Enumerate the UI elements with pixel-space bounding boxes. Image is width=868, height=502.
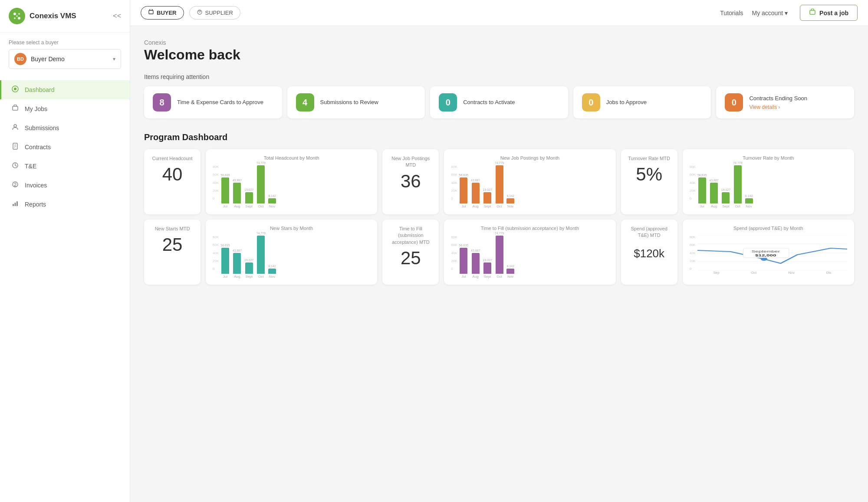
svg-point-6 [14, 88, 16, 90]
sidebar-item-tne[interactable]: T&E [0, 157, 130, 176]
svg-rect-14 [16, 201, 18, 206]
welcome-section: Conexis Welcome back [144, 39, 854, 63]
attention-label: Items requiring attention [144, 73, 854, 80]
sidebar-item-my-jobs[interactable]: My Jobs [0, 99, 130, 118]
spend-month-title: Spend (approved T&E) by Month [690, 226, 847, 231]
current-headcount-card: Current Headcount 40 [144, 149, 201, 214]
supplier-tab-icon [197, 9, 203, 16]
contracts-icon [11, 143, 20, 151]
post-job-button[interactable]: Post a job [800, 5, 858, 21]
time-fill-month-title: Time to Fill (submission acceptance) by … [451, 226, 608, 231]
svg-rect-13 [15, 203, 16, 206]
svg-rect-7 [13, 106, 18, 110]
contracts-activate-badge: 0 [439, 93, 457, 112]
topbar: BUYER SUPPLIER Tutorials My account ▾ Po… [130, 0, 868, 26]
sidebar-item-dashboard-label: Dashboard [25, 86, 55, 93]
buyer-tab[interactable]: BUYER [141, 6, 184, 20]
app-name: Conexis VMS [30, 12, 76, 20]
turnover-rate-mtd-card: Turnover Rate MTD 5% [621, 149, 677, 214]
program-dashboard-title: Program Dashboard [144, 132, 854, 142]
contracts-ending-badge: 0 [725, 93, 743, 112]
svg-point-2 [14, 17, 16, 19]
new-job-postings-month-title: New Job Postings by Month [451, 155, 608, 161]
dashboard-row-2: New Starts MTD 25 New Stars by Month 80K… [144, 220, 854, 285]
attention-card-submissions[interactable]: 4 Submissions to Review [287, 86, 425, 118]
sidebar-nav: Dashboard My Jobs Submissions [0, 76, 130, 502]
attention-card-contracts-activate[interactable]: 0 Contracts to Activate [430, 86, 568, 118]
total-headcount-month-title: Total Headcount by Month [213, 155, 370, 161]
sidebar-item-contracts[interactable]: Contracts [0, 138, 130, 157]
attention-cards-row: 8 Time & Expense Cards to Approve 4 Subm… [144, 86, 854, 118]
attention-card-time-expense[interactable]: 8 Time & Expense Cards to Approve [144, 86, 282, 118]
turnover-rate-mtd-value: 5% [628, 165, 671, 184]
view-details-link[interactable]: View details › [749, 104, 807, 110]
svg-rect-15 [149, 10, 153, 14]
sidebar-item-submissions-label: Submissions [25, 125, 59, 131]
dashboard-row-1: Current Headcount 40 Total Headcount by … [144, 149, 854, 214]
spend-mtd-value: $120k [628, 248, 671, 259]
submissions-label: Submissions to Review [320, 98, 378, 106]
sidebar-collapse-button[interactable]: << [113, 12, 121, 20]
buyer-label: Please select a buyer [9, 39, 121, 46]
time-fill-mtd-title: Time to Fill (submission acceptance) MTD [389, 226, 432, 246]
dashboard-icon [11, 85, 20, 94]
supplier-tab-label: SUPPLIER [205, 10, 233, 16]
svg-point-0 [13, 13, 16, 15]
sidebar-item-dashboard[interactable]: Dashboard [0, 80, 130, 99]
sidebar: Conexis VMS << Please select a buyer BD … [0, 0, 130, 502]
svg-text:September: September [751, 249, 780, 253]
buyer-name: Buyer Demo [31, 56, 108, 62]
svg-point-4 [16, 15, 18, 17]
invoices-icon [11, 181, 20, 190]
time-expense-label: Time & Expense Cards to Approve [177, 98, 263, 106]
svg-text:$12,000: $12,000 [755, 253, 776, 257]
time-fill-mtd-value: 25 [389, 249, 432, 267]
spend-mtd-card: Spend (approved T&E) MTD $120k [621, 220, 677, 285]
new-job-postings-mtd-title: New Job Postings MTD [389, 155, 432, 169]
my-account-dropdown[interactable]: My account ▾ [752, 10, 788, 16]
sidebar-item-invoices-label: Invoices [25, 182, 47, 189]
tne-icon [11, 162, 20, 171]
svg-point-3 [18, 17, 20, 20]
tutorials-link[interactable]: Tutorials [720, 10, 743, 16]
jobs-approve-badge: 0 [582, 93, 600, 112]
supplier-tab[interactable]: SUPPLIER [189, 6, 240, 20]
submissions-icon [11, 124, 20, 132]
sidebar-item-contracts-label: Contracts [25, 144, 51, 151]
content-area: Conexis Welcome back Items requiring att… [130, 26, 868, 502]
buyer-selector[interactable]: BD Buyer Demo ▾ [9, 49, 121, 69]
buyer-tab-label: BUYER [157, 10, 177, 16]
current-headcount-title: Current Headcount [151, 155, 194, 162]
logo: Conexis VMS [9, 8, 76, 24]
svg-rect-18 [810, 10, 815, 14]
post-job-icon [809, 9, 816, 17]
contracts-ending-label: Contracts Ending Soon [749, 95, 807, 102]
time-fill-mtd-card: Time to Fill (submission acceptance) MTD… [382, 220, 439, 285]
spend-mtd-title: Spend (approved T&E) MTD [628, 226, 671, 239]
spend-month-card: Spend (approved T&E) by Month 80K 60K 40… [683, 220, 854, 285]
welcome-sub: Conexis [144, 39, 854, 46]
new-starts-mtd-title: New Starts MTD [151, 226, 194, 232]
time-fill-month-card: Time to Fill (submission acceptance) by … [444, 220, 615, 285]
new-starts-mtd-value: 25 [151, 236, 194, 254]
turnover-rate-month-card: Turnover Rate by Month 80K 60K 40K 20K 0… [683, 149, 854, 214]
new-job-postings-mtd-card: New Job Postings MTD 36 [382, 149, 439, 214]
sidebar-item-reports-label: Reports [25, 201, 46, 208]
sidebar-item-invoices[interactable]: Invoices [0, 176, 130, 195]
sidebar-item-submissions[interactable]: Submissions [0, 118, 130, 138]
submissions-badge: 4 [296, 93, 314, 112]
reports-icon [11, 200, 20, 209]
turnover-rate-month-title: Turnover Rate by Month [690, 155, 847, 161]
attention-card-contracts-ending[interactable]: 0 Contracts Ending Soon View details › [716, 86, 854, 118]
attention-card-jobs-approve[interactable]: 0 Jobs to Approve [573, 86, 711, 118]
svg-rect-12 [13, 204, 14, 206]
svg-point-8 [14, 125, 16, 127]
contracts-activate-label: Contracts to Activate [463, 98, 515, 106]
sidebar-item-my-jobs-label: My Jobs [25, 105, 47, 112]
time-expense-badge: 8 [153, 93, 171, 112]
total-headcount-month-card: Total Headcount by Month 80K 60K 40K 20K… [206, 149, 377, 214]
sidebar-item-reports[interactable]: Reports [0, 195, 130, 214]
welcome-title: Welcome back [144, 47, 854, 63]
current-headcount-value: 40 [151, 165, 194, 184]
new-stars-month-title: New Stars by Month [213, 226, 370, 231]
